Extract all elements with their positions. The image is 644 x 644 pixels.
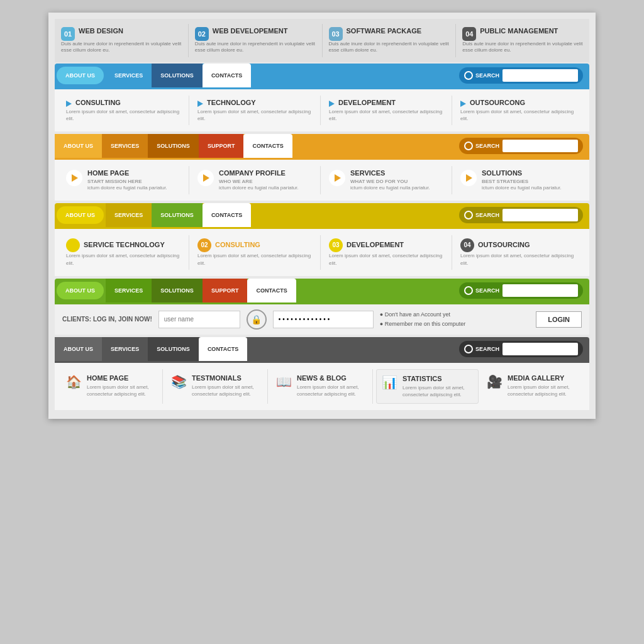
tb-title-3: SOFTWARE PACKAGE bbox=[329, 27, 450, 35]
num-badge-2: 02 bbox=[195, 27, 209, 41]
login-bar: CLIENTS: LOG IN, JOIN NOW! 🔒 ● Don't hav… bbox=[55, 303, 589, 335]
main-container: 01 WEB DESIGN Duis aute inure dolor in r… bbox=[48, 13, 596, 419]
green-tab-contacts[interactable]: CONTACTS bbox=[247, 279, 296, 303]
dark-nav-section: ABOUT US SERVICES SOLUTIONS CONTACTS SEA… bbox=[55, 337, 589, 410]
green-search-input[interactable] bbox=[502, 284, 578, 297]
orange-col-2: COMPANY PROFILE WHO WE ARE ictum dolore … bbox=[192, 166, 321, 194]
dark-tab-solutions[interactable]: SOLUTIONS bbox=[148, 337, 199, 361]
tb-title-4: PUBLIC MANAGEMENT bbox=[462, 27, 583, 35]
tb-desc-4: Duis aute inure dolor in reprehenderit i… bbox=[462, 41, 583, 54]
orange-search-icon bbox=[464, 142, 473, 150]
arrow-icon-3 bbox=[329, 101, 335, 107]
blue-tab-services[interactable]: SERVICES bbox=[106, 64, 152, 87]
orange-search-box: SEARCH bbox=[459, 138, 583, 154]
orange-tab-support[interactable]: SUPPORT bbox=[199, 134, 244, 158]
dark-tab-about[interactable]: ABOUT US bbox=[55, 337, 102, 361]
yellow-nav-section: ABOUT US SERVICES SOLUTIONS CONTACTS SEA… bbox=[55, 203, 589, 275]
lock-icon: 🔒 bbox=[247, 309, 267, 330]
orange-search-input[interactable] bbox=[502, 140, 578, 152]
blue-col-1: CONSULTING Lorem ipsum dolor sit amet, c… bbox=[61, 96, 189, 125]
yellow-search-input[interactable] bbox=[502, 209, 578, 221]
num-badge-1: 01 bbox=[61, 27, 75, 41]
dark-search-input[interactable] bbox=[502, 343, 578, 355]
blue-col-3: DEVELOPEMENT Lorem ipsum dolor sit amet,… bbox=[324, 96, 452, 125]
top-bar-section: 01 WEB DESIGN Duis aute inure dolor in r… bbox=[55, 19, 589, 62]
news-icon: 📖 bbox=[276, 374, 292, 389]
yellow-col-2: 02 CONSULTING Lorem ipsum dolor sit amet… bbox=[192, 235, 321, 269]
orange-tab-about[interactable]: ABOUT US bbox=[55, 134, 102, 158]
yellow-search-box: SEARCH bbox=[459, 207, 583, 223]
play-triangle-2 bbox=[203, 174, 209, 182]
blue-tab-about[interactable]: ABOUT US bbox=[57, 67, 104, 84]
yellow-nav-tabs: ABOUT US SERVICES SOLUTIONS CONTACTS bbox=[55, 203, 251, 227]
login-button[interactable]: LOGIN bbox=[536, 311, 582, 328]
blue-tab-solutions[interactable]: SOLUTIONS bbox=[152, 64, 203, 87]
yellow-tab-about[interactable]: ABOUT US bbox=[57, 206, 104, 224]
play-triangle-3 bbox=[335, 174, 341, 182]
green-tab-services[interactable]: SERVICES bbox=[106, 279, 152, 303]
yellow-col-1: SERVICE TECHNOLOGY Lorem ipsum dolor sit… bbox=[61, 235, 189, 269]
blue-col-2: TECHNOLOGY Lorem ipsum dolor sit amet, c… bbox=[192, 96, 321, 125]
green-nav-tabs: ABOUT US SERVICES SOLUTIONS SUPPORT CONT… bbox=[55, 279, 296, 303]
blue-search-box: SEARCH bbox=[459, 67, 583, 84]
green-search-icon bbox=[464, 286, 473, 295]
green-tab-solutions[interactable]: SOLUTIONS bbox=[152, 279, 203, 303]
username-input[interactable] bbox=[158, 311, 240, 328]
search-icon bbox=[464, 71, 473, 80]
login-options: ● Don't have an Account yet ● Remember m… bbox=[380, 310, 466, 328]
yellow-bullet-1 bbox=[66, 238, 80, 252]
yellow-nav-bar: ABOUT US SERVICES SOLUTIONS CONTACTS SEA… bbox=[55, 203, 589, 227]
yellow-tab-services[interactable]: SERVICES bbox=[106, 203, 152, 227]
dark-nav-content: 🏠 HOME PAGE Lorem ipsum dolor sit amet, … bbox=[55, 361, 589, 410]
play-triangle-4 bbox=[466, 174, 472, 182]
dark-search-box: SEARCH bbox=[459, 341, 583, 357]
yellow-col-4: 04 OUTSOURCING Lorem ipsum dolor sit ame… bbox=[455, 235, 583, 269]
media-icon: 🎥 bbox=[487, 374, 502, 389]
orange-nav-section: ABOUT US SERVICES SOLUTIONS SUPPORT CONT… bbox=[55, 134, 589, 201]
blue-tab-contacts[interactable]: CONTACTS bbox=[203, 64, 251, 87]
blue-search-input[interactable] bbox=[502, 69, 578, 82]
dark-item-3: 📖 NEWS & BLOG Lorem ipsum dolor sit amet… bbox=[271, 369, 373, 404]
home-icon: 🏠 bbox=[66, 374, 82, 389]
yellow-col-3: 03 DEVELOPEMENT Lorem ipsum dolor sit am… bbox=[324, 235, 452, 269]
top-bar-item-1: 01 WEB DESIGN Duis aute inure dolor in r… bbox=[55, 24, 189, 57]
green-nav-section: ABOUT US SERVICES SOLUTIONS SUPPORT CONT… bbox=[55, 279, 589, 335]
dark-tab-contacts[interactable]: CONTACTS bbox=[199, 337, 247, 361]
blue-nav-content: CONSULTING Lorem ipsum dolor sit amet, c… bbox=[55, 87, 589, 131]
blue-nav-tabs: ABOUT US SERVICES SOLUTIONS CONTACTS bbox=[55, 64, 251, 87]
orange-nav-tabs: ABOUT US SERVICES SOLUTIONS SUPPORT CONT… bbox=[55, 134, 292, 158]
green-tab-about[interactable]: ABOUT US bbox=[57, 282, 104, 299]
green-search-box: SEARCH bbox=[459, 282, 583, 299]
yellow-bullet-2: 02 bbox=[197, 238, 211, 252]
green-nav-bar: ABOUT US SERVICES SOLUTIONS SUPPORT CONT… bbox=[55, 279, 589, 303]
yellow-bullet-3: 03 bbox=[329, 238, 343, 252]
orange-nav-bar: ABOUT US SERVICES SOLUTIONS SUPPORT CONT… bbox=[55, 134, 589, 158]
dark-nav-bar: ABOUT US SERVICES SOLUTIONS CONTACTS SEA… bbox=[55, 337, 589, 361]
orange-tab-solutions[interactable]: SOLUTIONS bbox=[148, 134, 199, 158]
green-tab-support[interactable]: SUPPORT bbox=[203, 279, 248, 303]
dark-tab-services[interactable]: SERVICES bbox=[102, 337, 148, 361]
tb-title-1: WEB DESIGN bbox=[61, 27, 182, 35]
orange-col-3: SERVICES WHAT WE DO FOR YOU ictum dolore… bbox=[324, 166, 452, 194]
tb-title-2: WEB DEVELOPEMENT bbox=[195, 27, 316, 35]
play-btn-2[interactable] bbox=[197, 170, 214, 186]
orange-tab-services[interactable]: SERVICES bbox=[102, 134, 148, 158]
tb-desc-2: Duis aute inure dolor in reprehenderit i… bbox=[195, 41, 316, 54]
password-input[interactable] bbox=[273, 311, 374, 328]
num-badge-3: 03 bbox=[329, 27, 343, 41]
dark-item-2: 📚 TESTMONIALS Lorem ipsum dolor sit amet… bbox=[166, 369, 268, 404]
yellow-search-icon bbox=[464, 211, 473, 219]
blue-col-4: OUTSOURCONG Lorem ipsum dolor sit amet, … bbox=[455, 96, 583, 125]
yellow-tab-solutions[interactable]: SOLUTIONS bbox=[152, 203, 203, 227]
dark-search-icon bbox=[464, 345, 473, 353]
arrow-icon-4 bbox=[460, 101, 466, 107]
dark-item-1: 🏠 HOME PAGE Lorem ipsum dolor sit amet, … bbox=[61, 369, 163, 404]
play-btn-4[interactable] bbox=[460, 170, 477, 186]
play-btn-1[interactable] bbox=[66, 170, 82, 186]
orange-tab-contacts[interactable]: CONTACTS bbox=[243, 134, 292, 158]
yellow-bullet-4: 04 bbox=[460, 238, 474, 252]
yellow-tab-contacts[interactable]: CONTACTS bbox=[203, 203, 251, 227]
dark-item-5: 🎥 MEDIA GALLERY Lorem ipsum dolor sit am… bbox=[482, 369, 583, 404]
orange-col-1: HOME PAGE START MISSION HERE ictum dolor… bbox=[61, 166, 189, 194]
play-btn-3[interactable] bbox=[329, 170, 345, 186]
